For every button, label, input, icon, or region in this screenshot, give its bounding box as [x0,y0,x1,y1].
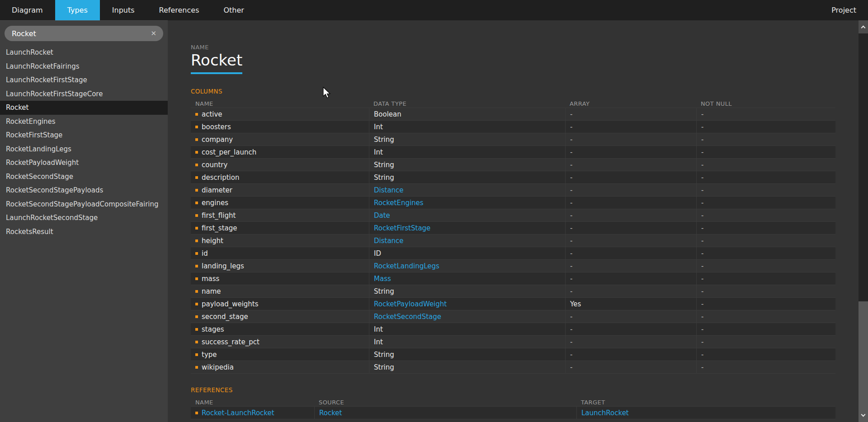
bullet-icon [195,202,198,204]
content-area: ✕ LaunchRocketLaunchRocketFairingsLaunch… [0,20,868,422]
type-link[interactable]: RocketFirstStage [374,224,430,232]
table-row: stagesInt-- [191,323,835,335]
column-header-array: ARRAY [565,100,696,107]
array-cell: - [565,285,696,297]
type-value: Boolean [374,110,401,118]
column-header-not-null: NOT NULL [696,100,835,107]
not-null-value: - [701,161,703,169]
sidebar-item-rocketsecondstagepayloadcompositefairing[interactable]: RocketSecondStagePayloadCompositeFairing [0,197,168,211]
not-null-value: - [701,173,703,182]
tab-inputs[interactable]: Inputs [100,0,147,20]
scrollbar[interactable] [859,20,868,422]
references-section-label: REFERENCES [191,386,845,394]
type-link[interactable]: Date [374,211,390,220]
scrollbar-thumb[interactable] [859,301,868,422]
array-cell: - [565,234,696,247]
not-null-cell: - [696,184,835,196]
sidebar-item-rocket[interactable]: Rocket [0,101,168,115]
search-box[interactable]: ✕ [5,26,163,41]
type-value: String [374,351,394,359]
sidebar-item-rocketsresult[interactable]: RocketsResult [0,225,168,239]
sidebar-item-rocketlandinglegs[interactable]: RocketLandingLegs [0,142,168,156]
bullet-icon [195,164,198,166]
table-row: first_flightDate-- [191,209,835,221]
column-name-cell: payload_weights [191,298,369,310]
sidebar-item-launchrocketfirststage[interactable]: LaunchRocketFirstStage [0,73,168,87]
not-null-value: - [701,249,703,258]
scroll-up-button[interactable] [859,20,868,33]
column-name: name [202,287,221,295]
search-input[interactable] [12,29,151,38]
column-name: diameter [202,186,232,194]
not-null-cell: - [696,209,835,221]
references-table-body: Rocket-LaunchRocketRocketLaunchRocket [191,406,835,419]
array-cell: - [565,171,696,183]
type-link[interactable]: Distance [374,237,404,245]
not-null-cell: - [696,247,835,259]
table-row: boostersInt-- [191,120,835,133]
not-null-value: - [701,313,703,321]
type-link[interactable]: Distance [374,186,404,194]
tab-diagram[interactable]: Diagram [0,0,55,20]
reference-target-link[interactable]: LaunchRocket [581,409,629,417]
column-name-cell: height [191,234,369,247]
table-row: activeBoolean-- [191,108,835,120]
array-value: - [570,224,572,232]
bullet-icon [195,227,198,230]
type-link[interactable]: RocketLandingLegs [374,262,439,270]
array-value: - [570,313,572,321]
type-link[interactable]: RocketPayloadWeight [374,300,447,308]
not-null-cell: - [696,336,835,348]
reference-source-link[interactable]: Rocket [319,409,342,417]
tab-other[interactable]: Other [211,0,256,20]
tab-types[interactable]: Types [55,0,100,20]
type-link[interactable]: RocketSecondStage [374,313,441,321]
column-name-cell: engines [191,197,369,209]
sidebar-item-rocketengines[interactable]: RocketEngines [0,115,168,129]
sidebar-item-rocketsecondstage[interactable]: RocketSecondStage [0,170,168,184]
array-value: - [570,148,572,156]
type-value: Int [374,123,383,131]
bullet-icon [195,303,198,305]
table-row: enginesRocketEngines-- [191,196,835,209]
sidebar-item-launchrocketfirststagecore[interactable]: LaunchRocketFirstStageCore [0,87,168,101]
scroll-down-button[interactable] [859,409,868,422]
sidebar-item-rocketsecondstagepayloads[interactable]: RocketSecondStagePayloads [0,183,168,197]
sidebar-item-launchrocketsecondstage[interactable]: LaunchRocketSecondStage [0,211,168,225]
top-nav: DiagramTypesInputsReferencesOther Projec… [0,0,868,20]
not-null-cell: - [696,285,835,297]
type-value: String [374,287,394,295]
data-type-cell: Distance [369,184,565,196]
column-name-cell: first_stage [191,222,369,234]
not-null-cell: - [696,121,835,133]
not-null-cell: - [696,361,835,373]
reference-name-link[interactable]: Rocket-LaunchRocket [202,409,274,417]
sidebar-item-launchrocket[interactable]: LaunchRocket [0,46,168,60]
not-null-cell: - [696,197,835,209]
bullet-icon [195,113,198,116]
array-value: - [570,110,572,118]
table-row: second_stageRocketSecondStage-- [191,310,835,323]
column-name: payload_weights [202,300,259,308]
not-null-value: - [701,300,703,308]
table-row: descriptionString-- [191,171,835,183]
close-icon[interactable]: ✕ [151,30,156,37]
not-null-cell: - [696,272,835,285]
array-cell: - [565,247,696,259]
array-value: Yes [570,300,581,308]
sidebar-item-launchrocketfairings[interactable]: LaunchRocketFairings [0,60,168,74]
tab-references[interactable]: References [147,0,212,20]
type-value: Int [374,325,383,333]
sidebar-item-rocketfirststage[interactable]: RocketFirstStage [0,128,168,142]
data-type-cell: RocketFirstStage [369,222,565,234]
nav-project[interactable]: Project [820,0,868,20]
type-link[interactable]: Mass [374,275,391,283]
columns-table: NAMEDATA TYPEARRAYNOT NULL activeBoolean… [191,99,835,374]
name-label: NAME [191,44,845,51]
type-link[interactable]: RocketEngines [374,199,424,207]
column-name: boosters [202,123,231,131]
sidebar-item-rocketpayloadweight[interactable]: RocketPayloadWeight [0,156,168,170]
not-null-value: - [701,148,703,156]
column-name: type [202,351,217,359]
table-row: landing_legsRocketLandingLegs-- [191,259,835,272]
